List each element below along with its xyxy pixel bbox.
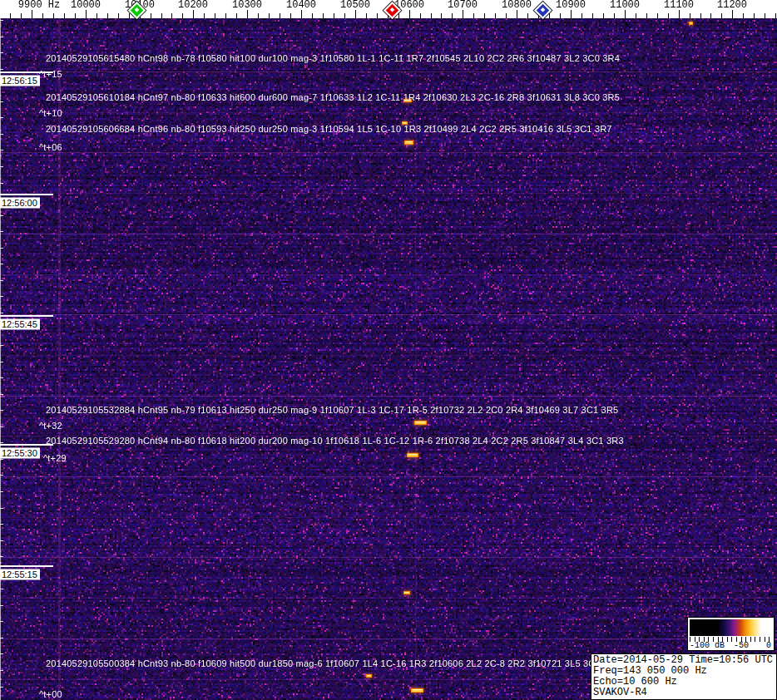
time-axis-label: 12:55:15 bbox=[0, 569, 40, 580]
freq-tick-label: 9900 Hz bbox=[18, 0, 60, 10]
freq-tick-label: 10800 bbox=[502, 0, 532, 10]
detection-log-line: 20140529105532884 hCnt95 nb-79 f10613 hi… bbox=[46, 405, 618, 415]
freq-tick-label: 10300 bbox=[232, 0, 262, 10]
freq-tick-label: 10000 bbox=[71, 0, 101, 10]
detection-log-line: 20140529105529280 hCnt94 nb-80 f10618 hi… bbox=[46, 436, 624, 446]
spectrum-lab-waterfall-window: 9900 Hz100001010010200103001040010500106… bbox=[0, 0, 777, 700]
detection-log-line: 20140529105500384 hCnt93 nb-80 f10609 hi… bbox=[46, 658, 621, 668]
freq-tick-label: 11100 bbox=[664, 0, 694, 10]
freq-tick-label: 10700 bbox=[448, 0, 478, 10]
detection-time-offset-marker: ^t+29 bbox=[43, 453, 67, 463]
detection-time-offset-marker: ^t+15 bbox=[39, 69, 62, 79]
detection-time-offset-marker: ^t+10 bbox=[39, 108, 62, 118]
freq-tick-label: 10400 bbox=[286, 0, 316, 10]
time-axis-label: 12:56:00 bbox=[0, 198, 40, 209]
detection-log-line: 20140529105610184 hCnt97 nb-80 f10633 hi… bbox=[46, 92, 620, 102]
time-axis-label: 12:55:30 bbox=[0, 448, 40, 459]
info-station-id: SVAKOV-R4 bbox=[593, 688, 775, 698]
detection-log-line: 20140529105606684 hCnt96 nb-80 f10593 hi… bbox=[46, 124, 612, 134]
db-gradient-bar bbox=[690, 619, 772, 636]
marker-center-dot bbox=[541, 7, 546, 12]
db-scale-label-max: 0 bbox=[766, 642, 771, 650]
detection-time-offset-marker: ^t+32 bbox=[39, 421, 62, 431]
time-axis-major-tick bbox=[0, 565, 53, 567]
marker-center-dot bbox=[135, 7, 140, 12]
freq-tick-label: 11000 bbox=[610, 0, 640, 10]
freq-tick-label: 10500 bbox=[340, 0, 370, 10]
station-info-box: Date=2014-05-29 Time=10:56 UTC Freq=143 … bbox=[591, 653, 777, 700]
detection-time-offset-marker: ^t+06 bbox=[39, 142, 62, 152]
db-scale-label-mid: -50 bbox=[734, 642, 749, 650]
marker-center-dot bbox=[390, 7, 395, 12]
freq-tick-label: 10900 bbox=[556, 0, 586, 10]
freq-tick-label: 10200 bbox=[178, 0, 208, 10]
db-scale-label-min: -100 dB bbox=[690, 642, 725, 650]
detection-log-line: 20140529105615480 hCnt98 nb-78 f10580 hi… bbox=[46, 53, 620, 63]
time-axis-label: 12:55:45 bbox=[0, 319, 40, 330]
frequency-ruler[interactable]: 9900 Hz100001010010200103001040010500106… bbox=[0, 0, 777, 18]
db-color-scale: -100 dB -50 0 bbox=[687, 617, 775, 651]
spectrogram-waterfall[interactable] bbox=[0, 18, 777, 700]
detection-time-offset-marker: ^t+00 bbox=[39, 689, 62, 699]
time-axis-label: 12:56:15 bbox=[0, 76, 40, 86]
freq-tick-label: 11200 bbox=[717, 0, 747, 10]
time-axis-major-tick bbox=[0, 194, 53, 195]
time-axis-major-tick bbox=[0, 315, 53, 317]
